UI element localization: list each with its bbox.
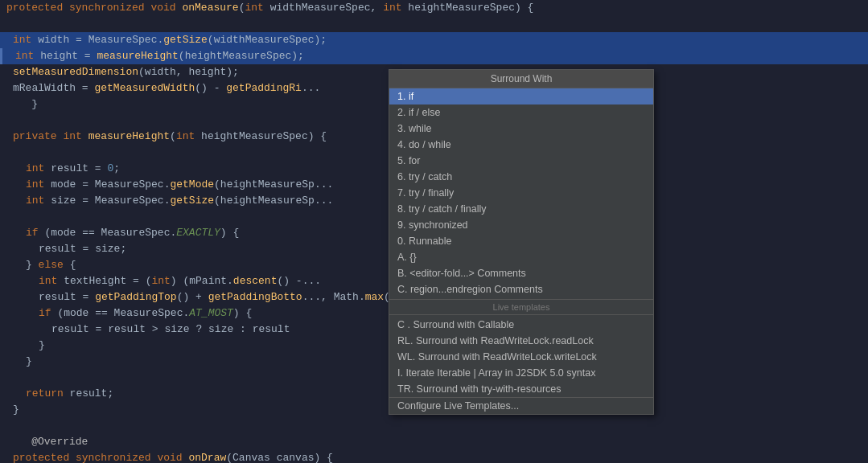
popup-item-write-lock[interactable]: WL. Surround with ReadWriteLock.writeLoc… [389,349,653,365]
popup-item-callable[interactable]: C . Surround with Callable [389,317,653,333]
code-line-blank-1 [0,16,868,32]
code-line-height: int height = measureHeight(heightMeasure… [0,48,868,64]
popup-item-region[interactable]: C. region...endregion Comments [389,281,653,297]
popup-item-runnable[interactable]: 0. Runnable [389,233,653,249]
code-line-ondraw: protected synchronized void onDraw(Canva… [0,450,868,463]
popup-item-while[interactable]: 3. while [389,121,653,137]
code-line-1: protected synchronized void onMeasure(in… [0,0,868,16]
popup-item-try-catch[interactable]: 6. try / catch [389,169,653,185]
surround-with-popup: Surround With 1. if 2. if / else 3. whil… [389,69,654,415]
keyword-synchronized: synchronized [69,0,150,16]
popup-item-try-finally[interactable]: 7. try / finally [389,185,653,201]
popup-item-for[interactable]: 5. for [389,153,653,169]
popup-item-do-while[interactable]: 4. do / while [389,137,653,153]
popup-item-configure[interactable]: Configure Live Templates... [389,397,653,414]
type-int: int [245,0,269,16]
popup-item-iterate[interactable]: I. Iterate Iterable | Array in J2SDK 5.0… [389,365,653,381]
method-onMeasure: onMeasure [182,0,238,16]
popup-item-if[interactable]: 1. if [389,88,653,104]
keyword-void: void [150,0,182,16]
popup-live-templates-divider: Live templates [389,299,653,315]
popup-item-braces[interactable]: A. {} [389,249,653,265]
popup-title: Surround With [389,70,653,88]
popup-item-try-catch-finally[interactable]: 8. try / catch / finally [389,201,653,217]
popup-item-read-lock[interactable]: RL. Surround with ReadWriteLock.readLock [389,333,653,349]
code-line-override: @Override [0,434,868,450]
popup-item-if-else[interactable]: 2. if / else [389,104,653,121]
code-line-width: int width = MeasureSpec.getSize(widthMea… [0,32,868,48]
popup-item-try-resources[interactable]: TR. Surround with try-with-resources [389,381,653,397]
popup-item-synchronized[interactable]: 9. synchronized [389,217,653,233]
popup-item-editor-fold[interactable]: B. <editor-fold...> Comments [389,265,653,281]
keyword-protected: protected [6,0,69,16]
code-line-blank6 [0,418,868,434]
